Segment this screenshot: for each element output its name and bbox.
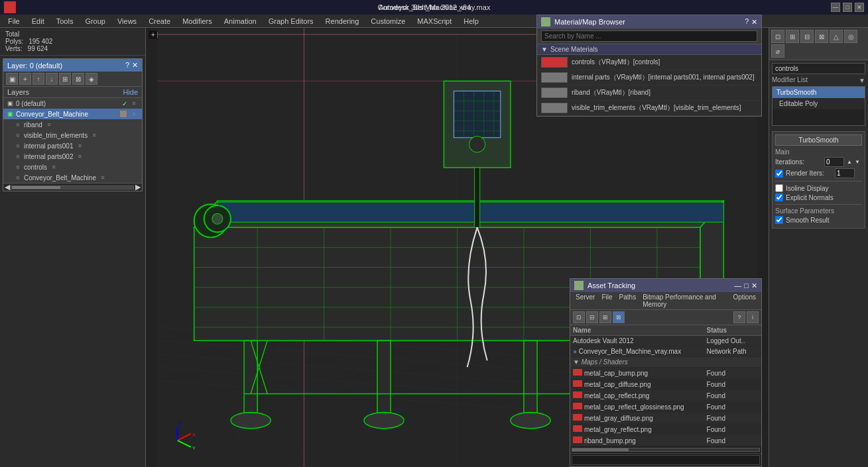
menu-group[interactable]: Group	[80, 16, 111, 26]
menu-graph-editors[interactable]: Graph Editors	[263, 16, 319, 26]
at-menu-options[interactable]: Options	[731, 293, 759, 309]
at-menu-paths[interactable]: Paths	[617, 293, 639, 309]
layer-row-internal001[interactable]: ○ internal parts001 ≡	[3, 140, 142, 151]
right-tool-1[interactable]: ⊡	[771, 30, 784, 43]
turbosmooth-title: TurboSmooth	[775, 134, 862, 146]
mat-swatch-riband	[541, 87, 568, 98]
ts-explicit-checkbox[interactable]	[775, 193, 783, 201]
menu-customize[interactable]: Customize	[365, 16, 410, 26]
layer-tool-4[interactable]: ↓	[46, 73, 58, 85]
mat-expand-icon[interactable]: ▼	[541, 46, 548, 53]
maximize-btn[interactable]: □	[843, 3, 852, 12]
menu-animation[interactable]: Animation	[219, 16, 262, 26]
at-cell-reflect-name: metal_cap_reflect.png	[570, 390, 704, 401]
menu-modifiers[interactable]: Modifiers	[177, 16, 217, 26]
at-maximize-btn[interactable]: □	[744, 282, 749, 290]
at-minimize-btn[interactable]: —	[734, 282, 741, 290]
ts-isoline-checkbox[interactable]	[775, 184, 783, 192]
modifier-turbosmooth[interactable]: TurboSmooth	[773, 87, 865, 98]
svg-point-39	[231, 413, 271, 429]
at-row-bump[interactable]: metal_cap_bump.png Found	[570, 368, 761, 379]
right-tool-7[interactable]: ⌀	[771, 44, 784, 58]
layer-close-btn[interactable]: ✕	[132, 61, 138, 70]
at-row-diffuse[interactable]: metal_cap_diffuse.png Found	[570, 379, 761, 390]
at-close-btn[interactable]: ✕	[751, 282, 757, 290]
right-tool-5[interactable]: △	[830, 30, 843, 43]
svg-text:X: X	[192, 432, 196, 438]
right-tool-6[interactable]: ◎	[844, 30, 857, 43]
layer-tool-5[interactable]: ⊞	[59, 73, 71, 85]
menu-views[interactable]: Views	[112, 16, 142, 26]
layer-tool-3[interactable]: ↑	[32, 73, 44, 85]
at-scrollbar-horizontal[interactable]	[570, 446, 761, 453]
scroll-left-btn[interactable]: ◀	[5, 183, 10, 191]
layer-tool-1[interactable]: ▣	[6, 73, 18, 85]
layer-help-btn[interactable]: ?	[125, 61, 129, 70]
layer-icon-visible-trim: ○	[14, 131, 22, 139]
at-row-gray-reflect[interactable]: metal_gray_reflect.png Found	[570, 424, 761, 435]
right-tool-3[interactable]: ⊟	[800, 30, 814, 43]
at-row-reflect[interactable]: metal_cap_reflect.png Found	[570, 390, 761, 401]
at-row-gray-diffuse[interactable]: metal_gray_diffuse.png Found	[570, 413, 761, 424]
menu-create[interactable]: Create	[143, 16, 176, 26]
mat-row-controls[interactable]: controls（VRayMtl）[controls]	[537, 55, 761, 70]
mat-help-btn[interactable]: ?	[745, 18, 749, 26]
menu-help[interactable]: Help	[458, 16, 484, 26]
at-menu-server[interactable]: Server	[573, 293, 597, 309]
mat-close-btn[interactable]: ✕	[751, 18, 757, 26]
layer-options-controls: ≡	[48, 164, 59, 170]
layer-tool-add[interactable]: +	[19, 73, 31, 85]
layer-tool-6[interactable]: ⊠	[72, 73, 84, 85]
at-row-glossiness[interactable]: metal_cap_reflect_glossiness.png Found	[570, 401, 761, 413]
at-tool-4[interactable]: ⊠	[613, 311, 625, 323]
at-search-input[interactable]	[572, 455, 760, 465]
menu-edit[interactable]: Edit	[27, 16, 50, 26]
ts-render-iters-input[interactable]	[835, 168, 855, 178]
close-btn[interactable]: ✕	[855, 3, 864, 12]
at-menu-file[interactable]: File	[599, 293, 615, 309]
mat-search-input[interactable]	[541, 30, 757, 42]
ts-render-iters-checkbox[interactable]	[775, 170, 783, 178]
menu-file[interactable]: File	[3, 16, 25, 26]
at-menu-bitmap[interactable]: Bitmap Performance and Memory	[640, 293, 729, 309]
layer-row-default[interactable]: ▣ 0 (default) ✓ ≡	[3, 98, 142, 109]
layer-row-riband[interactable]: ○ riband ≡	[3, 119, 142, 130]
mat-row-riband[interactable]: riband（VRayMtl）[riband]	[537, 85, 761, 101]
polys-value: 195 402	[29, 38, 52, 45]
at-row-file[interactable]: ● Conveyor_Belt_Machine_vray.max Network…	[570, 346, 761, 357]
at-tool-info[interactable]: i	[747, 311, 759, 323]
at-tool-3[interactable]: ⊞	[599, 311, 611, 323]
at-tool-help[interactable]: ?	[733, 311, 745, 323]
menu-rendering[interactable]: Rendering	[320, 16, 365, 26]
layer-row-visible-trim[interactable]: ○ visible_trim_elements ≡	[3, 130, 142, 140]
material-browser: Material/Map Browser ? ✕ ▼ Scene Materia…	[536, 15, 762, 117]
minimize-btn[interactable]: —	[831, 3, 840, 12]
mat-row-visible-trim[interactable]: visible_trim_elements（VRayMtl）[visible_t…	[537, 101, 761, 116]
layer-row-conveyor[interactable]: ▣ Conveyor_Belt_Machine ≡	[3, 109, 142, 119]
modifier-editable-poly[interactable]: Editable Poly	[773, 98, 865, 109]
ts-iterations-spin-up[interactable]: ▲	[847, 159, 852, 165]
hide-btn[interactable]: Hide	[123, 88, 138, 96]
modifier-list-dropdown-icon[interactable]: ▼	[859, 77, 865, 84]
right-tool-2[interactable]: ⊞	[786, 30, 799, 43]
mat-row-internal[interactable]: internal parts（VRayMtl）[internal parts00…	[537, 70, 761, 85]
ts-smooth-result-checkbox[interactable]	[775, 216, 783, 224]
ts-iterations-input[interactable]	[824, 157, 844, 167]
layer-tool-7[interactable]: ◈	[86, 73, 97, 85]
ts-iterations-spin-down[interactable]: ▼	[855, 159, 860, 165]
menu-maxscript[interactable]: MAXScript	[412, 16, 457, 26]
at-tool-2[interactable]: ⊟	[586, 311, 598, 323]
layer-row-controls[interactable]: ○ controls ≡	[3, 162, 142, 172]
layer-row-conveyor2[interactable]: ○ Conveyor_Belt_Machine ≡	[3, 172, 142, 183]
at-tool-1[interactable]: ⊡	[573, 311, 585, 323]
at-expand-maps-icon[interactable]: ▼	[573, 358, 580, 366]
at-row-riband-bump[interactable]: riband_bump.png Found	[570, 435, 761, 446]
mat-titlebar: Material/Map Browser ? ✕	[537, 15, 761, 28]
scroll-right-btn[interactable]: ▶	[135, 183, 141, 191]
layer-scrollbar[interactable]: ◀ ▶	[3, 183, 142, 191]
right-tool-4[interactable]: ⊠	[815, 30, 828, 43]
layer-row-internal002[interactable]: ○ internal parts002 ≡	[3, 151, 142, 162]
at-row-vault[interactable]: Autodesk Vault 2012 Logged Out..	[570, 336, 761, 346]
menu-tools[interactable]: Tools	[51, 16, 79, 26]
modifier-search-input[interactable]	[772, 63, 865, 74]
